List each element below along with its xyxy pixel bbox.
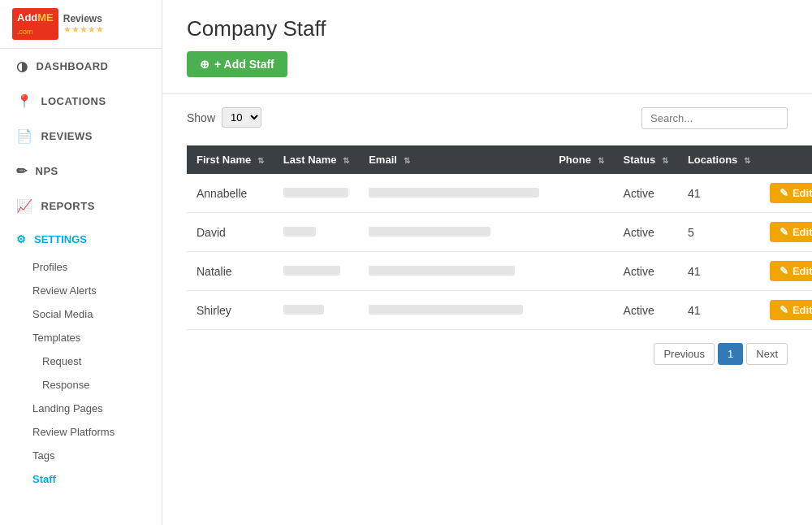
- sidebar-item-tags[interactable]: Tags: [0, 444, 162, 467]
- cell-phone: [549, 213, 613, 252]
- table-body: Annabelle Active 41 ✎ Edit David Active …: [187, 174, 812, 330]
- search-row: [641, 107, 788, 129]
- col-locations[interactable]: Locations ⇅: [678, 145, 760, 174]
- cell-status: Active: [614, 174, 678, 213]
- sort-icon-status: ⇅: [662, 156, 668, 165]
- settings-section: ⚙ Settings Profiles Review Alerts Social…: [0, 223, 162, 491]
- cell-actions: ✎ Edit: [760, 213, 812, 252]
- main-content: Company Staff ⊕ + Add Staff Show 10 25 5…: [162, 0, 812, 525]
- plus-icon: ⊕: [200, 58, 209, 71]
- table-row: Shirley Active 41 ✎ Edit: [187, 291, 812, 330]
- show-select[interactable]: 10 25 50: [222, 107, 261, 128]
- top-controls: Show 10 25 50: [187, 107, 788, 137]
- cell-status: Active: [614, 213, 678, 252]
- sidebar-item-landing-pages[interactable]: Landing Pages: [0, 397, 162, 420]
- cell-status: Active: [614, 291, 678, 330]
- settings-icon: ⚙: [16, 233, 26, 245]
- sidebar-item-review-platforms[interactable]: Review Platforms: [0, 420, 162, 444]
- sidebar-item-dashboard[interactable]: ◑ Dashboard: [0, 49, 162, 84]
- sort-icon-locations: ⇅: [744, 156, 750, 165]
- next-button[interactable]: Next: [746, 343, 788, 365]
- add-staff-button[interactable]: ⊕ + Add Staff: [187, 51, 287, 77]
- sidebar-item-locations[interactable]: 📍 Locations: [0, 84, 162, 119]
- cell-phone: [549, 252, 613, 291]
- cell-last-name: [274, 291, 359, 330]
- cell-last-name: [274, 252, 359, 291]
- location-icon: 📍: [16, 93, 33, 109]
- sidebar-item-profiles[interactable]: Profiles: [0, 255, 162, 279]
- col-actions: [760, 145, 812, 174]
- main-header: Company Staff ⊕ + Add Staff: [162, 0, 812, 94]
- cell-phone: [549, 291, 613, 330]
- edit-button[interactable]: ✎ Edit: [770, 222, 812, 242]
- sidebar: AddME .com Reviews ★★★★★ ◑ Dashboard 📍 L…: [0, 0, 162, 525]
- sidebar-item-request[interactable]: Request: [0, 349, 162, 373]
- col-first-name[interactable]: First Name ⇅: [187, 145, 274, 174]
- cell-locations: 41: [678, 252, 760, 291]
- cell-first-name: David: [187, 213, 274, 252]
- sidebar-item-response[interactable]: Response: [0, 373, 162, 397]
- staff-table: First Name ⇅ Last Name ⇅ Email ⇅ Phone ⇅: [187, 145, 812, 330]
- edit-button[interactable]: ✎ Edit: [770, 300, 812, 320]
- edit-icon: ✎: [780, 304, 788, 316]
- previous-button[interactable]: Previous: [654, 343, 715, 365]
- cell-status: Active: [614, 252, 678, 291]
- cell-last-name: [274, 174, 359, 213]
- edit-button[interactable]: ✎ Edit: [770, 183, 812, 203]
- pagination: Previous 1 Next: [187, 343, 788, 365]
- cell-first-name: Shirley: [187, 291, 274, 330]
- col-email[interactable]: Email ⇅: [359, 145, 549, 174]
- sort-icon-email: ⇅: [404, 156, 410, 165]
- sidebar-item-reviews[interactable]: 📄 Reviews: [0, 119, 162, 154]
- sidebar-item-staff[interactable]: Staff: [0, 467, 162, 491]
- content-area: Show 10 25 50 First Name ⇅: [162, 94, 812, 525]
- table-row: David Active 5 ✎ Edit: [187, 213, 812, 252]
- page-1-button[interactable]: 1: [718, 343, 743, 365]
- main-nav: ◑ Dashboard 📍 Locations 📄 Reviews ✏ NPS …: [0, 49, 162, 223]
- cell-phone: [549, 174, 613, 213]
- reviews-icon: 📄: [16, 128, 33, 144]
- stars: ★★★★★: [63, 24, 104, 35]
- table-row: Annabelle Active 41 ✎ Edit: [187, 174, 812, 213]
- dashboard-icon: ◑: [16, 59, 28, 74]
- cell-email: [359, 174, 549, 213]
- col-phone[interactable]: Phone ⇅: [549, 145, 613, 174]
- toolbar: ⊕ + Add Staff: [187, 51, 788, 77]
- nps-icon: ✏: [16, 163, 28, 179]
- cell-first-name: Annabelle: [187, 174, 274, 213]
- edit-icon: ✎: [780, 265, 788, 277]
- logo-area: AddME .com Reviews ★★★★★: [0, 0, 162, 49]
- edit-button[interactable]: ✎ Edit: [770, 261, 812, 281]
- sort-icon-last-name: ⇅: [343, 156, 349, 165]
- show-label: Show: [187, 111, 215, 124]
- cell-last-name: [274, 213, 359, 252]
- reports-icon: 📈: [16, 198, 33, 214]
- reviews-label: Reviews: [63, 13, 104, 24]
- col-status[interactable]: Status ⇅: [614, 145, 678, 174]
- cell-first-name: Natalie: [187, 252, 274, 291]
- sidebar-item-review-alerts[interactable]: Review Alerts: [0, 279, 162, 302]
- sidebar-item-social-media[interactable]: Social Media: [0, 302, 162, 326]
- cell-email: [359, 213, 549, 252]
- col-last-name[interactable]: Last Name ⇅: [274, 145, 359, 174]
- cell-locations: 41: [678, 291, 760, 330]
- settings-header[interactable]: ⚙ Settings: [0, 223, 162, 255]
- cell-locations: 41: [678, 174, 760, 213]
- edit-icon: ✎: [780, 187, 788, 199]
- sidebar-item-reports[interactable]: 📈 Reports: [0, 189, 162, 223]
- sort-icon-phone: ⇅: [598, 156, 604, 165]
- cell-actions: ✎ Edit: [760, 174, 812, 213]
- cell-actions: ✎ Edit: [760, 252, 812, 291]
- sidebar-item-templates[interactable]: Templates: [0, 326, 162, 349]
- sort-icon-first-name: ⇅: [257, 156, 264, 165]
- sidebar-item-nps[interactable]: ✏ NPS: [0, 154, 162, 189]
- search-input[interactable]: [641, 107, 788, 129]
- edit-icon: ✎: [780, 226, 788, 238]
- show-row: Show 10 25 50: [187, 107, 261, 128]
- cell-email: [359, 291, 549, 330]
- cell-locations: 5: [678, 213, 760, 252]
- logo: AddME .com: [12, 8, 58, 40]
- cell-actions: ✎ Edit: [760, 291, 812, 330]
- table-row: Natalie Active 41 ✎ Edit: [187, 252, 812, 291]
- page-title: Company Staff: [187, 16, 788, 41]
